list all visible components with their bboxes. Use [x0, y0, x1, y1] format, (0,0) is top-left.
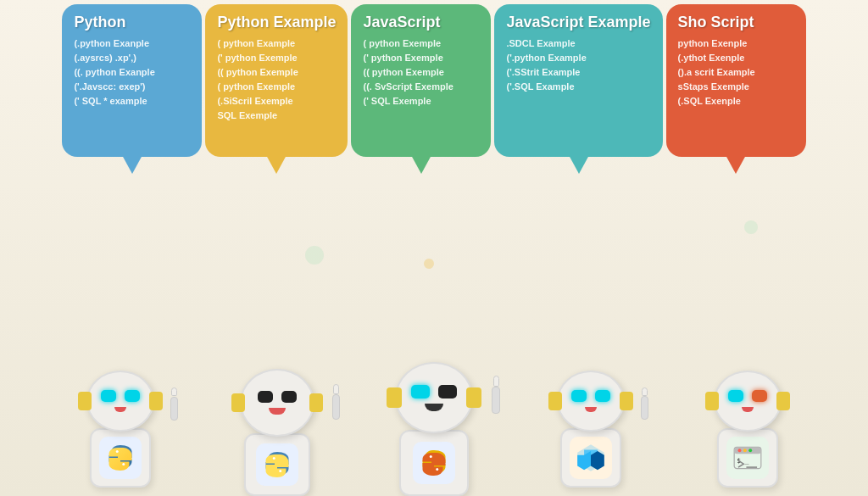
bubble-js-example: JavaScript Example .SDCL Example ('.pyth…: [494, 4, 662, 157]
robot-2-arm-seg: [332, 394, 340, 420]
robot-5-badge: $ _: [726, 437, 769, 479]
robot-2-ear-left: [231, 393, 245, 412]
bubble-python-title: Python: [74, 14, 190, 31]
robot-3-eye-left: [411, 385, 430, 398]
bubble-pe-line-2: (' python Exemple: [217, 51, 336, 65]
robot-4-eyes: [571, 390, 610, 402]
bubble-jse-line-4: ('.SQL Example: [506, 80, 650, 94]
robot-4-head: [557, 371, 625, 432]
robot-2: [203, 369, 352, 496]
svg-point-0: [116, 450, 119, 453]
python-logo-2-icon: [262, 449, 292, 480]
robot-2-eye-right: [281, 391, 297, 403]
bubble-js-line-5: (' SQL Exemple: [363, 94, 479, 109]
robot-3-head: [395, 362, 473, 433]
bubble-sho-title: Sho Script: [678, 14, 794, 31]
robot-2-badge: [256, 443, 298, 486]
python-logo-icon: [105, 443, 136, 473]
svg-point-2: [273, 457, 275, 460]
robot-2-mouth: [269, 408, 286, 415]
robot-5: $ _: [674, 371, 822, 488]
main-scene: Python (.python Exanple (.aysrcs) .xp',)…: [0, 0, 868, 496]
robot-1-finger: [171, 387, 177, 396]
robot-3-eye-right: [438, 385, 457, 398]
robot-2-body: [244, 433, 310, 496]
robot-3-arm-seg: [492, 387, 500, 414]
robot-5-eye-left: [728, 390, 743, 402]
robot-3-body: [399, 430, 469, 496]
robot-1-arm-seg: [170, 397, 178, 421]
robot-4-body: [560, 428, 621, 488]
robot-4-arm: [641, 387, 648, 420]
bubble-jse-line-3: ('.SStrit Example: [506, 65, 650, 80]
robot-2-eyes: [258, 391, 297, 403]
robot-5-ear-right: [776, 392, 790, 410]
robot-1-eye-right: [125, 390, 140, 402]
robot-4-eye-left: [571, 390, 587, 402]
robot-4-ear-left: [548, 392, 562, 410]
bubble-js-line-3: (( python Exemple: [363, 65, 479, 80]
robot-1-badge: [99, 437, 142, 479]
svg-point-9: [738, 449, 742, 452]
robot-1-arm: [170, 387, 178, 421]
bubble-js-line-2: (' python Exemple: [363, 51, 479, 65]
robot-4-eye-right: [595, 390, 610, 402]
robot-1-body: [90, 428, 151, 488]
robot-1: [47, 371, 195, 488]
shell-logo-icon: $ _: [732, 442, 764, 474]
robot-3-ear-left: [387, 387, 402, 408]
robot-2-finger: [333, 384, 339, 394]
bubble-python-example-title: Python Example: [217, 14, 336, 31]
robot-4-finger: [642, 387, 648, 396]
svg-point-11: [748, 449, 752, 452]
robot-1-eyes: [101, 390, 140, 402]
bubbles-row: Python (.python Exanple (.aysrcs) .xp',)…: [0, 0, 868, 246]
bubble-python-line-1: (.python Exanple: [74, 36, 190, 51]
bubble-jse-line-1: .SDCL Example: [506, 36, 650, 51]
bubble-sho-script: Sho Script python Exenple (.ythot Exenpl…: [666, 4, 806, 157]
bubble-jse-title: JavaScript Example: [506, 14, 650, 31]
bubble-js-title: JavaScript: [363, 14, 479, 31]
svg-point-4: [430, 455, 432, 458]
robot-5-head: [714, 371, 782, 432]
bubble-python-example: Python Example ( python Example (' pytho…: [205, 4, 348, 157]
robot-2-eye-left: [258, 391, 273, 403]
robot-5-ear-left: [705, 392, 719, 410]
robot-1-ear-left: [78, 392, 92, 410]
bubble-pe-line-4: ( python Exemple: [217, 80, 336, 94]
robots-row: $ _: [0, 233, 868, 496]
robot-1-mouth: [114, 407, 126, 412]
bubble-sho-line-2: (.ythot Exenple: [678, 51, 794, 65]
robot-3-finger: [493, 376, 499, 387]
bubble-pe-line-1: ( python Example: [217, 36, 336, 51]
js-logo-icon: [575, 442, 607, 474]
robot-4-ear-right: [620, 392, 633, 410]
robot-2-head: [240, 369, 314, 437]
robot-3-eyes: [411, 385, 457, 398]
robot-4-badge: [570, 437, 612, 479]
bubble-python-line-5: (' SQL * example: [74, 94, 190, 109]
robot-5-eye-right: [752, 390, 767, 402]
robot-3-mouth: [425, 404, 443, 411]
bubble-pe-line-6: SQL Exemple: [217, 109, 336, 123]
robot-3-arm: [492, 376, 500, 414]
svg-point-1: [122, 463, 125, 465]
robot-2-arm: [332, 384, 340, 420]
bubble-js-line-4: ((. SvScript Exemple: [363, 80, 479, 94]
robot-3-ear-right: [466, 387, 481, 408]
svg-point-3: [279, 470, 281, 472]
bubble-pe-line-5: (.SiScril Exemple: [217, 94, 336, 109]
bubble-sho-line-3: ().a scrit Example: [678, 65, 794, 80]
robot-5-eyes: [728, 390, 767, 402]
robot-3: [360, 362, 509, 496]
robot-5-mouth: [742, 407, 754, 412]
bubble-sho-line-4: sStaps Exemple: [678, 80, 794, 94]
bubble-js-line-1: ( python Exemple: [363, 36, 479, 51]
svg-point-10: [743, 449, 747, 452]
bubble-python-line-4: ('.Javscc: exep'): [74, 80, 190, 94]
python-logo-3-icon: [419, 448, 449, 478]
bubble-python-line-3: ((. python Exanple: [74, 65, 190, 80]
bubble-javascript: JavaScript ( python Exemple (' python Ex…: [351, 4, 491, 157]
bubble-pe-line-3: (( python Exemple: [217, 65, 336, 80]
robot-1-eye-left: [101, 390, 116, 402]
